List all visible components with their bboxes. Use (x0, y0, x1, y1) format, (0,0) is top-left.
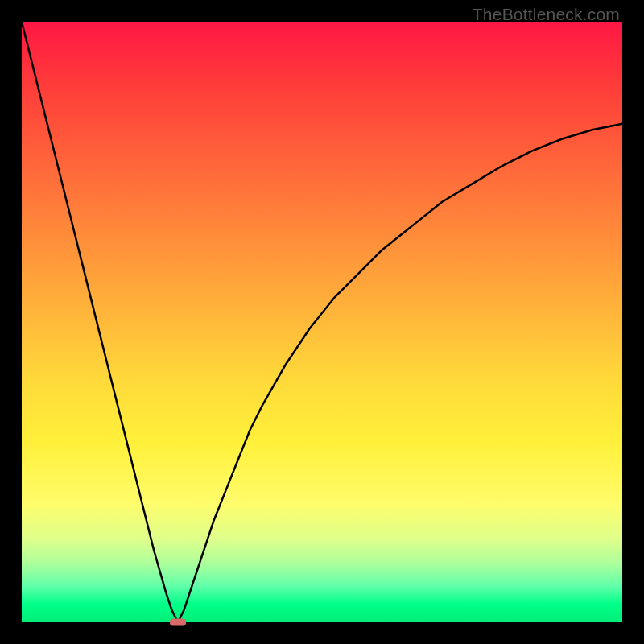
chart-container: TheBottleneck.com (0, 0, 644, 644)
optimum-marker (170, 619, 186, 626)
bottleneck-curve (22, 22, 622, 622)
plot-area (22, 22, 622, 622)
